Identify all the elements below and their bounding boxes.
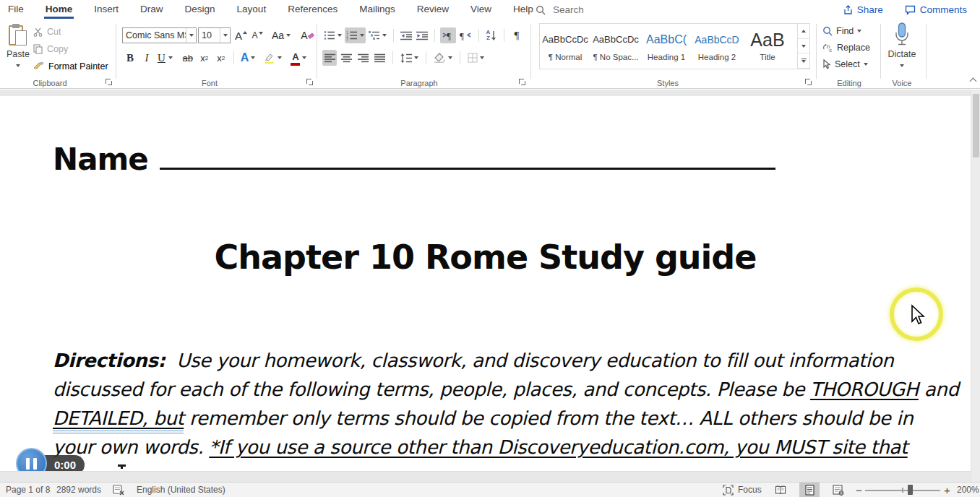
decrease-indent-icon (400, 31, 412, 40)
editing-group-label: Editing (820, 79, 878, 87)
tab-layout[interactable]: Layout (236, 1, 268, 19)
styles-scroll-down[interactable] (798, 39, 809, 54)
superscript-button[interactable]: x2 (214, 50, 228, 66)
paragraph-dialog-launcher[interactable] (517, 77, 526, 86)
horizontal-scrollbar[interactable] (0, 471, 971, 482)
strikethrough-button[interactable]: ab (181, 50, 195, 66)
tab-view[interactable]: View (469, 1, 493, 19)
line-spacing-button[interactable] (399, 50, 420, 66)
dictate-button[interactable]: Dictate (886, 22, 918, 76)
tab-design[interactable]: Design (184, 1, 217, 19)
read-mode-button[interactable] (770, 483, 791, 497)
search-icon (536, 5, 546, 15)
find-button[interactable]: Find (822, 24, 861, 38)
tab-home[interactable]: Home (44, 1, 74, 19)
align-center-button[interactable] (339, 50, 353, 66)
font-size-select[interactable]: 10 (198, 27, 231, 43)
comments-icon (905, 5, 916, 15)
group-divider (530, 24, 531, 79)
right-to-left-button[interactable]: ¶ (457, 27, 473, 43)
page-indicator[interactable]: Page 1 of 8 (6, 483, 50, 497)
align-left-button[interactable] (322, 50, 337, 66)
style-heading-2[interactable]: AaBbCcD Heading 2 (692, 25, 742, 67)
show-hide-marks-button[interactable]: ¶ (510, 27, 524, 43)
replace-button[interactable]: bc Replace (822, 40, 870, 55)
zoom-out-button[interactable]: − (856, 483, 862, 497)
svg-text:¶: ¶ (447, 30, 451, 40)
tab-draw[interactable]: Draw (139, 1, 165, 19)
print-layout-button[interactable] (799, 483, 820, 497)
decrease-indent-button[interactable] (399, 27, 413, 43)
font-dialog-launcher[interactable] (305, 77, 314, 86)
format-painter-button[interactable]: Format Painter (33, 59, 108, 74)
clear-formatting-button[interactable]: A (299, 27, 316, 43)
search-input[interactable]: Search (536, 1, 584, 18)
comments-button[interactable]: Comments (898, 2, 974, 17)
collapse-ribbon-button[interactable] (968, 77, 979, 85)
share-button[interactable]: Share (835, 2, 890, 17)
chevron-down-icon (223, 34, 228, 37)
paragraph-group-label: Paragraph (390, 79, 448, 87)
proofing-errors-icon (113, 485, 125, 496)
group-divider (926, 24, 927, 79)
word-count[interactable]: 2892 words (56, 483, 101, 497)
style-no-spacing[interactable]: AaBbCcDc ¶ No Spac... (591, 25, 640, 67)
format-painter-icon (33, 61, 44, 72)
up-arrow-icon (243, 31, 247, 34)
borders-icon (468, 53, 478, 63)
tab-file[interactable]: File (7, 1, 25, 19)
clipboard-dialog-launcher[interactable] (104, 77, 113, 86)
change-case-button[interactable]: Aa (270, 27, 292, 43)
align-right-button[interactable] (356, 50, 370, 66)
scissors-icon (33, 27, 43, 37)
zoom-level[interactable]: 200% (957, 483, 979, 497)
highlight-color-button[interactable] (262, 50, 283, 66)
shrink-font-button[interactable]: A (250, 27, 265, 43)
proofing-status[interactable] (113, 483, 125, 497)
borders-button[interactable] (466, 50, 486, 66)
tab-mailings[interactable]: Mailings (358, 1, 397, 19)
tab-review[interactable]: Review (416, 1, 450, 19)
underline-button[interactable]: U (156, 50, 174, 66)
select-button[interactable]: Select (822, 57, 868, 72)
increase-indent-button[interactable] (415, 27, 429, 43)
replace-icon: bc (822, 43, 833, 53)
styles-scroll-up[interactable] (798, 24, 809, 39)
copy-button[interactable]: Copy (33, 42, 68, 56)
web-layout-button[interactable] (828, 483, 848, 497)
style-heading-1[interactable]: AaBbC( Heading 1 (642, 25, 691, 67)
cut-button[interactable]: Cut (33, 25, 61, 39)
grow-font-button[interactable]: A (233, 27, 249, 43)
styles-gallery-more[interactable] (798, 53, 809, 69)
paste-button[interactable]: Paste (6, 24, 30, 74)
read-mode-icon (775, 485, 786, 495)
font-name-select[interactable]: Comic Sans MS (122, 27, 197, 43)
tab-insert[interactable]: Insert (93, 1, 120, 19)
left-to-right-button[interactable]: ¶ (440, 27, 456, 43)
zoom-slider-thumb[interactable] (908, 485, 913, 495)
subscript-button[interactable]: x2 (197, 50, 212, 66)
language-indicator[interactable]: English (United States) (137, 483, 225, 497)
multilevel-list-button[interactable] (367, 27, 388, 43)
text-effects-button[interactable]: A (239, 50, 257, 66)
vertical-scrollbar[interactable] (971, 90, 980, 482)
sort-button[interactable]: AZ (484, 27, 499, 43)
tab-help[interactable]: Help (512, 1, 535, 19)
zoom-in-button[interactable]: + (944, 483, 950, 497)
font-color-button[interactable]: A (289, 50, 308, 66)
bullets-button[interactable] (322, 27, 343, 43)
italic-button[interactable]: I (139, 50, 154, 66)
style-title[interactable]: AaB Title (743, 25, 792, 67)
shading-button[interactable] (432, 50, 454, 66)
bold-button[interactable]: B (123, 50, 137, 66)
tab-references[interactable]: References (286, 1, 339, 19)
vertical-scrollbar-thumb[interactable] (973, 94, 979, 157)
directions-line: Directions: Use your homework, classwork… (53, 346, 959, 375)
styles-dialog-launcher[interactable] (804, 77, 812, 86)
numbering-button[interactable]: 123 (345, 27, 366, 43)
justify-button[interactable] (372, 50, 387, 66)
focus-button[interactable]: Focus (723, 483, 762, 497)
select-cursor-icon (822, 59, 831, 69)
style-normal[interactable]: AaBbCcDc ¶ Normal (541, 25, 590, 67)
document-page[interactable]: Name Chapter 10 Rome Study guide Directi… (0, 96, 971, 471)
